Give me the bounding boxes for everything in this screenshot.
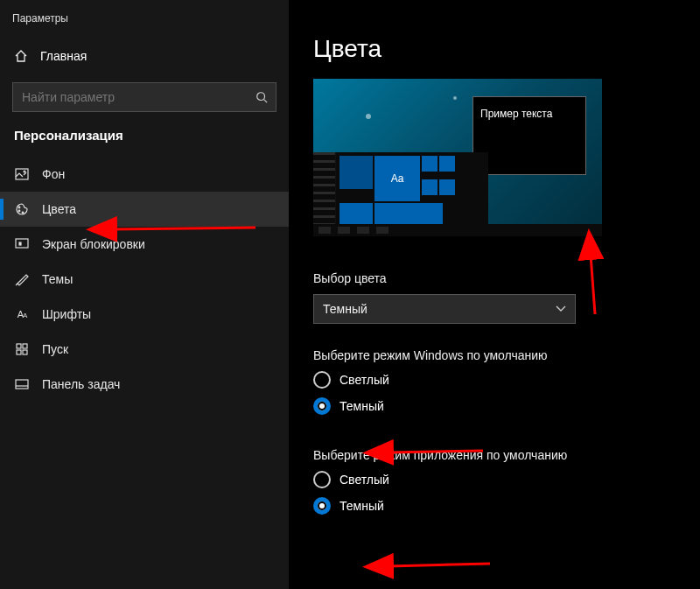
nav-item-taskbar[interactable]: Панель задач bbox=[0, 367, 289, 402]
nav-label: Фон bbox=[42, 167, 65, 181]
radio-windows-light[interactable]: Светлый bbox=[313, 371, 676, 389]
sidebar: Параметры Главная Персонализация Фон bbox=[0, 0, 289, 589]
radio-label: Темный bbox=[340, 399, 384, 413]
radio-label: Темный bbox=[340, 499, 384, 513]
lockscreen-icon bbox=[14, 238, 30, 250]
app-mode-group: Выберите режим приложения по умолчанию С… bbox=[313, 448, 676, 523]
home-icon bbox=[14, 49, 28, 63]
svg-point-2 bbox=[24, 171, 25, 172]
preview-tile-aa: Aa bbox=[374, 156, 420, 201]
themes-icon bbox=[14, 272, 30, 286]
nav-label: Пуск bbox=[42, 342, 68, 356]
main-content: Цвета Пример текста Aa bbox=[289, 0, 700, 589]
windows-mode-label: Выберите режим Windows по умолчанию bbox=[313, 348, 676, 362]
nav-item-home[interactable]: Главная bbox=[0, 40, 289, 72]
window-title: Параметры bbox=[0, 7, 289, 40]
svg-rect-9 bbox=[23, 344, 27, 348]
color-mode-dropdown[interactable]: Темный bbox=[313, 294, 576, 324]
fonts-icon: AA bbox=[14, 309, 30, 319]
nav-item-lockscreen[interactable]: Экран блокировки bbox=[0, 227, 289, 262]
start-icon bbox=[14, 343, 30, 355]
color-mode-group: Выбор цвета Темный bbox=[313, 271, 676, 324]
svg-rect-8 bbox=[17, 344, 21, 348]
nav-label: Цвета bbox=[42, 202, 76, 216]
dropdown-value: Темный bbox=[323, 302, 368, 316]
svg-rect-11 bbox=[23, 350, 27, 354]
radio-icon bbox=[313, 371, 331, 389]
radio-windows-dark[interactable]: Темный bbox=[313, 397, 676, 415]
svg-rect-1 bbox=[16, 169, 28, 179]
nav-item-colors[interactable]: Цвета bbox=[0, 192, 289, 227]
chevron-down-icon bbox=[556, 305, 566, 312]
svg-rect-10 bbox=[17, 350, 21, 354]
svg-point-5 bbox=[22, 212, 24, 214]
home-label: Главная bbox=[40, 49, 87, 63]
svg-rect-12 bbox=[16, 380, 28, 389]
svg-rect-6 bbox=[16, 239, 28, 248]
radio-app-light[interactable]: Светлый bbox=[313, 471, 676, 488]
svg-point-3 bbox=[18, 207, 20, 208]
radio-app-dark[interactable]: Темный bbox=[313, 497, 676, 515]
nav-item-start[interactable]: Пуск bbox=[0, 332, 289, 367]
app-mode-label: Выберите режим приложения по умолчанию bbox=[313, 448, 676, 462]
palette-icon bbox=[14, 202, 30, 216]
radio-label: Светлый bbox=[340, 373, 389, 387]
nav-label: Экран блокировки bbox=[42, 237, 145, 251]
radio-icon bbox=[313, 397, 331, 415]
nav-item-themes[interactable]: Темы bbox=[0, 262, 289, 297]
color-mode-label: Выбор цвета bbox=[313, 271, 676, 285]
color-preview-thumbnail: Пример текста Aa bbox=[313, 79, 602, 236]
svg-point-0 bbox=[257, 93, 265, 101]
nav-item-background[interactable]: Фон bbox=[0, 157, 289, 192]
section-label: Персонализация bbox=[0, 128, 289, 157]
taskbar-icon bbox=[14, 379, 30, 389]
search-wrap bbox=[12, 82, 276, 112]
nav-label: Темы bbox=[42, 272, 73, 286]
nav-label: Панель задач bbox=[42, 377, 120, 391]
radio-icon bbox=[313, 497, 331, 515]
svg-rect-7 bbox=[19, 242, 21, 245]
page-title: Цвета bbox=[313, 35, 676, 63]
windows-mode-group: Выберите режим Windows по умолчанию Свет… bbox=[313, 348, 676, 424]
picture-icon bbox=[14, 168, 30, 180]
search-input[interactable] bbox=[12, 82, 276, 112]
nav-label: Шрифты bbox=[42, 307, 91, 321]
preview-sample-text: Пример текста bbox=[480, 108, 552, 120]
nav-item-fonts[interactable]: AA Шрифты bbox=[0, 297, 289, 332]
search-icon bbox=[256, 91, 268, 103]
svg-point-4 bbox=[18, 210, 20, 212]
radio-label: Светлый bbox=[340, 473, 389, 487]
radio-icon bbox=[313, 471, 331, 488]
